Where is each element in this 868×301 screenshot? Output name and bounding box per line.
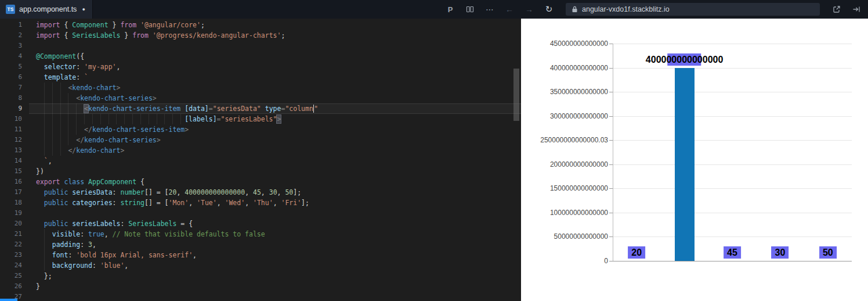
line-number[interactable]: 8 xyxy=(0,93,22,103)
code-text: `, xyxy=(36,156,52,166)
line-number[interactable]: 1 xyxy=(0,20,22,30)
code-text: <kendo-chart> xyxy=(36,83,120,93)
code-line[interactable]: 9 <kendo-chart-series-item [data]="serie… xyxy=(0,103,521,114)
code-line[interactable]: 3 xyxy=(0,41,521,51)
prettier-format-button[interactable]: P xyxy=(444,3,456,16)
code-line[interactable]: 11 </kendo-chart-series-item> xyxy=(0,124,521,135)
line-number[interactable]: 2 xyxy=(0,30,22,41)
y-axis-label: 350000000000000 xyxy=(521,88,608,96)
code-line[interactable]: 21 visible: true, // Note that visible d… xyxy=(0,229,521,239)
nav-back-button[interactable]: ← xyxy=(504,3,515,16)
gridline xyxy=(613,140,852,141)
code-line[interactable]: 16export class AppComponent { xyxy=(0,177,521,187)
code-text: </kendo-chart> xyxy=(36,145,124,156)
series-label: 45 xyxy=(724,246,741,259)
code-line[interactable]: 17 public seriesData: number[] = [20, 40… xyxy=(0,187,521,198)
code-text: selector: 'my-app', xyxy=(36,62,120,72)
nav-forward-button[interactable]: → xyxy=(523,3,535,16)
code-text: }; xyxy=(36,271,52,281)
code-editor[interactable]: 1import { Component } from '@angular/cor… xyxy=(0,19,521,301)
code-line[interactable]: 4@Component({ xyxy=(0,51,521,62)
code-line[interactable]: 2import { SeriesLabels } from '@progress… xyxy=(0,30,521,41)
line-number[interactable]: 12 xyxy=(0,135,22,145)
more-options-button[interactable]: ⋯ xyxy=(484,3,496,16)
line-number[interactable]: 18 xyxy=(0,198,22,208)
line-number[interactable]: 15 xyxy=(0,166,22,177)
tab-label: app.component.ts xyxy=(19,5,77,13)
line-number[interactable]: 20 xyxy=(0,218,22,229)
series-label: 400000000000000 xyxy=(645,53,724,66)
code-line[interactable]: 18 public categories: string[] = ['Mon',… xyxy=(0,198,521,208)
line-number[interactable]: 5 xyxy=(0,62,22,72)
editor-tab[interactable]: TS app.component.ts ● xyxy=(0,0,93,19)
line-number[interactable]: 9 xyxy=(0,103,22,114)
line-number[interactable]: 16 xyxy=(0,177,22,187)
preview-pane: 4500000000000004000000000000003500000000… xyxy=(521,19,868,301)
line-number[interactable]: 25 xyxy=(0,271,22,281)
preview-url-bar[interactable]: angular-vxdo1f.stackblitz.io xyxy=(566,3,820,16)
line-number[interactable]: 17 xyxy=(0,187,22,198)
code-line[interactable]: 7 <kendo-chart> xyxy=(0,83,521,93)
line-number[interactable]: 24 xyxy=(0,260,22,271)
code-line[interactable]: 24 background: 'blue', xyxy=(0,260,521,271)
y-axis-label: 450000000000000 xyxy=(521,40,608,48)
y-axis-label: 150000000000000 xyxy=(521,184,608,192)
lock-icon xyxy=(572,6,578,13)
code-line[interactable]: 12 </kendo-chart-series> xyxy=(0,135,521,145)
gridline xyxy=(613,44,852,44)
code-text: import { SeriesLabels } from '@progress/… xyxy=(36,30,285,41)
gridline xyxy=(613,92,852,92)
line-number[interactable]: 14 xyxy=(0,156,22,166)
gridline xyxy=(613,188,852,189)
line-number[interactable]: 26 xyxy=(0,281,22,292)
line-number[interactable]: 13 xyxy=(0,145,22,156)
line-number[interactable]: 3 xyxy=(0,41,22,51)
series-label-text: 400000000000000 xyxy=(645,55,724,64)
line-number[interactable]: 22 xyxy=(0,239,22,250)
y-axis-line xyxy=(613,44,613,261)
code-line[interactable]: 14 `, xyxy=(0,156,521,166)
code-line[interactable]: 10 [labels]="seriesLabels"> xyxy=(0,114,521,124)
code-line[interactable]: 25 }; xyxy=(0,271,521,281)
code-text: @Component({ xyxy=(36,51,84,62)
code-line[interactable]: 22 padding: 3, xyxy=(0,239,521,250)
code-line[interactable]: 26} xyxy=(0,281,521,292)
line-number[interactable]: 7 xyxy=(0,83,22,93)
line-number[interactable]: 4 xyxy=(0,51,22,62)
code-text: export class AppComponent { xyxy=(36,177,144,187)
code-line[interactable]: 15}) xyxy=(0,166,521,177)
y-axis-label: 200000000000000 xyxy=(521,160,608,169)
code-text: <kendo-chart-series-item [data]="seriesD… xyxy=(36,103,318,114)
code-line[interactable]: 5 selector: 'my-app', xyxy=(0,62,521,72)
topbar: TS app.component.ts ● P ⋯ ← → ↻ angular-… xyxy=(0,0,868,19)
code-line[interactable]: 19 xyxy=(0,208,521,218)
code-text: background: 'blue', xyxy=(36,260,128,271)
y-axis-label: 50000000000000 xyxy=(521,232,608,241)
gridline xyxy=(613,164,852,165)
dock-preview-icon[interactable] xyxy=(851,3,862,16)
code-line[interactable]: 8 <kendo-chart-series> xyxy=(0,93,521,103)
line-number[interactable]: 11 xyxy=(0,124,22,135)
refresh-preview-button[interactable]: ↻ xyxy=(543,3,555,16)
kendo-chart: 4500000000000004000000000000003500000000… xyxy=(521,19,868,301)
split-editor-icon[interactable] xyxy=(464,3,476,16)
code-text: public seriesLabels: SeriesLabels = { xyxy=(36,218,193,229)
editor-scrollbar[interactable] xyxy=(513,69,519,121)
code-line[interactable]: 27 xyxy=(0,292,521,301)
line-number[interactable]: 19 xyxy=(0,208,22,218)
gridline xyxy=(613,236,852,237)
code-line[interactable]: 20 public seriesLabels: SeriesLabels = { xyxy=(0,218,521,229)
gridline xyxy=(613,213,852,213)
line-number[interactable]: 21 xyxy=(0,229,22,239)
code-line[interactable]: 1import { Component } from '@angular/cor… xyxy=(0,20,521,30)
code-text: </kendo-chart-series> xyxy=(36,135,161,145)
y-axis-tick xyxy=(609,261,613,261)
open-in-new-window-icon[interactable] xyxy=(831,3,842,16)
code-line[interactable]: 6 template: ` xyxy=(0,72,521,83)
code-line[interactable]: 23 font: 'bold 16px Arial, sans-serif', xyxy=(0,250,521,260)
line-number[interactable]: 23 xyxy=(0,250,22,260)
code-line[interactable]: 13 </kendo-chart> xyxy=(0,145,521,156)
line-number[interactable]: 6 xyxy=(0,72,22,83)
line-number[interactable]: 10 xyxy=(0,114,22,124)
code-text: import { Component } from '@angular/core… xyxy=(36,20,205,30)
